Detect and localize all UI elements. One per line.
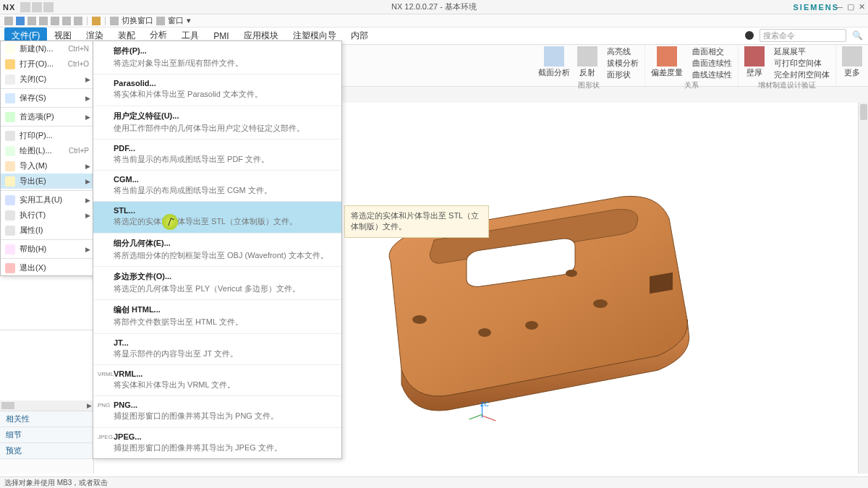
- export-menu-item[interactable]: VRML VRML... 将实体和片体导出为 VRML 文件。: [93, 365, 341, 395]
- qat-icon[interactable]: [62, 17, 71, 25]
- file-menu-item[interactable]: 导出(E) ▶: [1, 174, 93, 189]
- more-button[interactable]: 更多: [842, 46, 862, 78]
- export-menu-item[interactable]: PNG PNG... 捕捉图形窗口的图像并将其导出为 PNG 文件。: [93, 396, 341, 427]
- export-item-desc: 将实体和片体导出为 VRML 文件。: [114, 380, 334, 390]
- export-item-title: 细分几何体(E)...: [114, 238, 334, 249]
- export-item-desc: 将选定对象导出至新/现有部件文件。: [114, 58, 334, 68]
- command-search[interactable]: 搜索命令: [760, 29, 846, 42]
- submenu-arrow-icon: ▶: [85, 163, 90, 170]
- printable-volume-button[interactable]: 可打印空间体: [772, 58, 830, 69]
- reflect-button[interactable]: 反射: [577, 46, 597, 78]
- qat-icon[interactable]: [74, 17, 82, 25]
- export-menu-item[interactable]: CGM... 将当前显示的布局或图纸导出至 CGM 文件。: [93, 171, 341, 201]
- export-item-desc: 捕捉图形窗口的图像并将其导出为 JPEG 文件。: [114, 442, 334, 453]
- vertical-scrollbar[interactable]: [858, 103, 868, 474]
- menu-label: 绘图(L)...: [20, 145, 69, 156]
- file-menu-item[interactable]: 打开(O)... Ctrl+O: [1, 56, 93, 72]
- file-menu-item[interactable]: 属性(I): [1, 223, 93, 238]
- file-menu-item[interactable]: 关闭(C) ▶: [1, 72, 93, 87]
- submenu-arrow-icon: ▶: [85, 114, 90, 121]
- tab-related[interactable]: 相关性: [0, 411, 93, 427]
- export-menu-item[interactable]: 多边形文件(O)... 将选定的几何体导出至 PLY（Vericut 多边形）文…: [93, 267, 341, 299]
- file-menu-item[interactable]: 导入(M) ▶: [1, 158, 93, 174]
- file-menu-item[interactable]: 退出(X): [1, 260, 93, 275]
- app-logo: NX: [3, 3, 15, 12]
- wall-thickness-button[interactable]: 壁厚: [744, 46, 765, 78]
- qat-icon[interactable]: [156, 17, 165, 25]
- switch-window-button[interactable]: 切换窗口: [122, 15, 153, 26]
- svg-point-4: [593, 299, 608, 308]
- qat-icon[interactable]: [92, 17, 101, 25]
- file-menu-item[interactable]: 首选项(P) ▶: [1, 109, 93, 124]
- export-item-desc: 将选定的实体和片体导出至 STL（立体制版）文件。: [114, 216, 334, 226]
- highlight-line-button[interactable]: 高亮线: [605, 46, 639, 57]
- submenu-arrow-icon: ▶: [85, 95, 90, 102]
- left-panel: ◀ ▶ 相关性 细节 预览: [0, 330, 94, 474]
- file-menu-item[interactable]: 绘图(L)... Ctrl+P: [1, 143, 93, 158]
- toolbar-icon[interactable]: [32, 2, 42, 12]
- draft-analysis-button[interactable]: 拔模分析: [605, 58, 639, 69]
- file-menu-item[interactable]: 保存(S) ▶: [1, 90, 93, 106]
- maximize-icon[interactable]: ▢: [847, 2, 854, 12]
- extend-flatten-button[interactable]: 延展展平: [772, 46, 830, 57]
- export-item-title: 编创 HTML...: [114, 304, 334, 315]
- format-icon: VRML: [98, 371, 108, 378]
- qat-icon[interactable]: [51, 17, 59, 25]
- help-icon[interactable]: [745, 31, 754, 40]
- qat-icon[interactable]: [16, 17, 25, 25]
- export-menu-item[interactable]: 编创 HTML... 将部件文件数据导出至 HTML 文件。: [93, 300, 341, 333]
- qat-icon[interactable]: [39, 17, 48, 25]
- group-label: 关系: [651, 80, 732, 90]
- close-icon[interactable]: ✕: [859, 2, 865, 12]
- tab-preview[interactable]: 预览: [0, 443, 93, 459]
- deviation-button[interactable]: 偏差度量: [651, 46, 683, 78]
- menu-shortcut: Ctrl+O: [68, 60, 89, 68]
- menu-label: 执行(T): [20, 210, 89, 221]
- qat-icon[interactable]: [110, 17, 119, 25]
- file-menu-item[interactable]: 打印(P)...: [1, 128, 93, 143]
- menu-icon: [5, 59, 15, 69]
- menu-icon: [5, 112, 15, 122]
- file-menu-item[interactable]: 实用工具(U) ▶: [1, 192, 93, 207]
- export-menu-item[interactable]: JPEG JPEG... 捕捉图形窗口的图像并将其导出为 JPEG 文件。: [93, 428, 341, 458]
- toolbar-icon[interactable]: [20, 2, 30, 12]
- export-menu-item[interactable]: JT... 将显示部件的内容导出至 JT 文件。: [93, 334, 341, 364]
- window-dropdown[interactable]: 窗口: [168, 15, 184, 26]
- export-menu-item[interactable]: PDF... 将当前显示的布局或图纸导出至 PDF 文件。: [93, 140, 341, 170]
- horizontal-scrollbar[interactable]: ◀ ▶: [0, 401, 93, 411]
- file-menu-item[interactable]: 帮助(H) ▶: [1, 241, 93, 257]
- export-menu-item[interactable]: 细分几何体(E)... 将所选细分体的控制框架导出至 OBJ (Wavefron…: [93, 234, 341, 266]
- ribbon-group-shape: 截面分析 反射 高亮线 拔模分析 面形状 图形状: [532, 45, 645, 86]
- curve-continuity-button[interactable]: 曲面连续性: [690, 58, 732, 69]
- menu-label: 打开(O)...: [20, 59, 68, 69]
- menu-icon: [5, 263, 15, 273]
- export-menu-item[interactable]: Parasolid... 将实体和片体导出至 Parasolid 文本文件。: [93, 74, 341, 105]
- tab-detail[interactable]: 细节: [0, 427, 93, 443]
- search-icon[interactable]: 🔍: [852, 30, 862, 40]
- dropdown-icon[interactable]: ▾: [187, 16, 191, 25]
- export-menu-item[interactable]: 部件(P)... 将选定对象导出至新/现有部件文件。: [93, 41, 341, 74]
- file-menu-item[interactable]: 新建(N)... Ctrl+N: [1, 41, 93, 56]
- export-menu-item[interactable]: 用户定义特征(U)... 使用工作部件中的几何体导出用户定义特征定义部件。: [93, 106, 341, 139]
- format-icon: JPEG: [98, 434, 108, 441]
- menu-icon: [5, 161, 15, 171]
- window-title: NX 12.0.0.27 - 基本环境: [391, 1, 477, 12]
- window-controls: — ▢ ✕: [835, 2, 865, 12]
- qat-icon[interactable]: [4, 17, 13, 25]
- minimize-icon[interactable]: —: [835, 2, 843, 12]
- export-item-title: Parasolid...: [114, 79, 334, 87]
- export-menu-item[interactable]: STL... 将选定的实体和片体导出至 STL（立体制版）文件。: [93, 202, 341, 232]
- menu-internal[interactable]: 内部: [344, 27, 375, 44]
- line-continuity-button[interactable]: 曲线连续性: [690, 69, 732, 80]
- section-analysis-button[interactable]: 截面分析: [538, 46, 570, 78]
- closed-volume-button[interactable]: 完全封闭空间体: [772, 69, 830, 80]
- scroll-right-icon[interactable]: ▶: [87, 402, 92, 409]
- qat-icon[interactable]: [27, 17, 36, 25]
- toolbar-icon[interactable]: [43, 2, 54, 12]
- curve-intersect-button[interactable]: 曲面相交: [690, 46, 732, 57]
- export-item-desc: 将实体和片体导出至 Parasolid 文本文件。: [114, 89, 334, 99]
- file-menu-item[interactable]: 执行(T) ▶: [1, 207, 93, 223]
- face-shape-button[interactable]: 面形状: [605, 69, 639, 80]
- menu-icon: [5, 93, 15, 103]
- submenu-arrow-icon: ▶: [85, 76, 90, 83]
